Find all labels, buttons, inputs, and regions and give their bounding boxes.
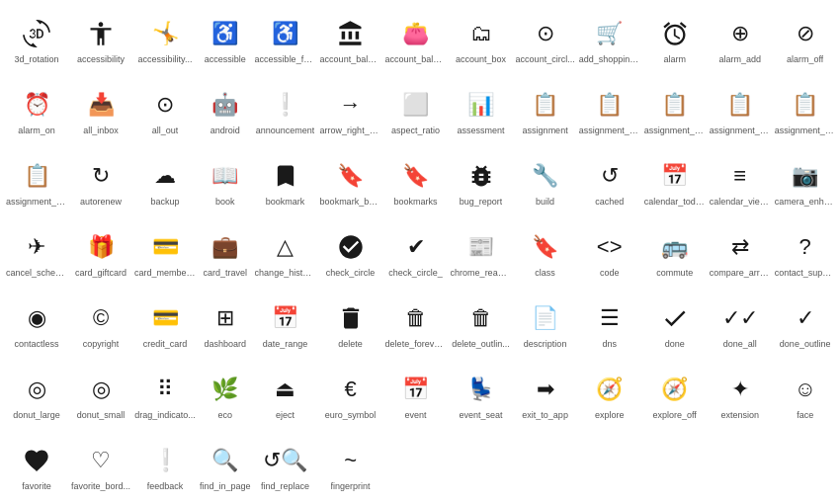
announcement-symbol: ❕ — [272, 88, 298, 122]
icon-assignment_turned_in[interactable]: 📋assignment_tu... — [4, 146, 69, 217]
icon-card_travel[interactable]: 💼card_travel — [198, 217, 253, 289]
icon-alarm_off[interactable]: ⊘alarm_off — [773, 4, 838, 75]
icon-announcement[interactable]: ❕announcement — [253, 75, 318, 146]
icon-copyright[interactable]: ©copyright — [69, 289, 132, 360]
icon-description[interactable]: 📄description — [514, 289, 577, 360]
icon-change_history[interactable]: △change_histor... — [253, 217, 318, 289]
fingerprint-symbol: ~ — [344, 444, 357, 477]
icon-done[interactable]: done — [642, 289, 708, 360]
icon-bookmarks[interactable]: 🔖bookmarks — [383, 146, 449, 217]
icon-assessment[interactable]: 📊assessment — [449, 75, 514, 146]
icon-account_balance_wallet[interactable]: 👛account_balan... — [383, 4, 449, 75]
icon-all_out[interactable]: ⊙all_out — [132, 75, 198, 146]
icon-fingerprint[interactable]: ~fingerprint — [318, 431, 383, 502]
icon-cached[interactable]: ↺cached — [577, 146, 642, 217]
icon-card_giftcard[interactable]: 🎁card_giftcard — [69, 217, 132, 289]
all_inbox-symbol: 📥 — [88, 88, 115, 122]
alarm-label: alarm — [663, 54, 686, 65]
icon-drag_indicator[interactable]: ⠿drag_indicato... — [132, 360, 198, 431]
icon-account_box[interactable]: 🗂account_box — [449, 4, 514, 75]
icon-compare_arrows[interactable]: ⇄compare_arrow... — [708, 217, 773, 289]
icon-dashboard[interactable]: ⊞dashboard — [198, 289, 253, 360]
icon-arrow_right_alt[interactable]: →arrow_right_a... — [318, 75, 383, 146]
icon-add_shopping_cart[interactable]: 🛒add_shopping... — [577, 4, 642, 75]
icon-event[interactable]: 📅event — [383, 360, 449, 431]
icon-euro_symbol[interactable]: €euro_symbol — [318, 360, 383, 431]
eco-label: eco — [218, 410, 233, 421]
icon-alarm_on[interactable]: ⏰alarm_on — [4, 75, 69, 146]
icon-favorite[interactable]: favorite — [4, 431, 69, 502]
icon-favorite_border[interactable]: ♡favorite_bord... — [69, 431, 132, 502]
icon-alarm_add[interactable]: ⊕alarm_add — [708, 4, 773, 75]
icon-build[interactable]: 🔧build — [514, 146, 577, 217]
icon-donut_large[interactable]: ◎donut_large — [4, 360, 69, 431]
icon-explore[interactable]: 🧭explore — [577, 360, 642, 431]
icon-exit_to_app[interactable]: ➡exit_to_app — [514, 360, 577, 431]
icon-delete_forever[interactable]: 🗑delete_foreve... — [383, 289, 449, 360]
icon-explore_off[interactable]: 🧭explore_off — [642, 360, 708, 431]
feedback-symbol: ❕ — [152, 444, 179, 477]
icon-contact_support[interactable]: ?contact_suppo... — [773, 217, 838, 289]
icon-extension[interactable]: ✦extension — [708, 360, 773, 431]
assignment_turned_in-label: assignment_tu... — [6, 197, 67, 208]
icon-check_circle[interactable]: check_circle — [318, 217, 383, 289]
icon-check_circle_outline[interactable]: ✔check_circle_ — [383, 217, 449, 289]
icon-commute[interactable]: 🚌commute — [642, 217, 708, 289]
icon-donut_small[interactable]: ◎donut_small — [69, 360, 132, 431]
icon-3d_rotation[interactable]: 3d_rotation — [4, 4, 69, 75]
icon-assignment[interactable]: 📋assignment — [514, 75, 577, 146]
icon-feedback[interactable]: ❕feedback — [132, 431, 198, 502]
icon-bug_report[interactable]: bug_report — [449, 146, 514, 217]
icon-eject[interactable]: ⏏eject — [253, 360, 318, 431]
icon-cancel_schedule_send[interactable]: ✈cancel_schedu... — [4, 217, 69, 289]
icon-assignment_late[interactable]: 📋assignment_la... — [642, 75, 708, 146]
icon-class[interactable]: 🔖class — [514, 217, 577, 289]
icon-bookmark_border[interactable]: 🔖bookmark_bord... — [318, 146, 383, 217]
icon-accessibility_new[interactable]: 🤸accessibility... — [132, 4, 198, 75]
icon-bookmark[interactable]: bookmark — [253, 146, 318, 217]
icon-done_all[interactable]: ✓✓done_all — [708, 289, 773, 360]
icon-alarm[interactable]: alarm — [642, 4, 708, 75]
icon-code[interactable]: <>code — [577, 217, 642, 289]
icon-assignment_return[interactable]: 📋assignment_re... — [708, 75, 773, 146]
icon-backup[interactable]: ☁backup — [132, 146, 198, 217]
icon-find_in_page[interactable]: 🔍find_in_page — [198, 431, 253, 502]
aspect_ratio-label: aspect_ratio — [391, 126, 440, 136]
icon-account_balance[interactable]: account_balan... — [318, 4, 383, 75]
icon-all_inbox[interactable]: 📥all_inbox — [69, 75, 132, 146]
icon-contactless[interactable]: ◉contactless — [4, 289, 69, 360]
icon-android[interactable]: 🤖android — [198, 75, 253, 146]
icon-calendar_view_day[interactable]: ≡calendar_view... — [708, 146, 773, 217]
accessible-symbol: ♿ — [211, 17, 238, 50]
bookmark-symbol — [272, 159, 299, 193]
icon-accessible_forward[interactable]: ♿accessible_fo... — [253, 4, 318, 75]
icon-camera_enhance[interactable]: 📷camera_enhan... — [773, 146, 838, 217]
icon-book[interactable]: 📖book — [198, 146, 253, 217]
icon-date_range[interactable]: 📅date_range — [253, 289, 318, 360]
icon-done_outline[interactable]: ✓done_outline — [773, 289, 838, 360]
alarm_off-label: alarm_off — [787, 54, 823, 65]
icon-autorenew[interactable]: ↻autorenew — [69, 146, 132, 217]
icon-credit_card[interactable]: 💳credit_card — [132, 289, 198, 360]
all_out-label: all_out — [152, 126, 179, 136]
icon-dns[interactable]: ☰dns — [577, 289, 642, 360]
icon-event_seat[interactable]: 💺event_seat — [449, 360, 514, 431]
icon-accessibility[interactable]: accessibility — [69, 4, 132, 75]
icon-delete[interactable]: delete — [318, 289, 383, 360]
icon-face[interactable]: ☺face — [773, 360, 838, 431]
icon-aspect_ratio[interactable]: ⬜aspect_ratio — [383, 75, 449, 146]
icon-calendar_today[interactable]: 📅calendar_toda... — [642, 146, 708, 217]
icon-eco[interactable]: 🌿eco — [198, 360, 253, 431]
icon-accessible[interactable]: ♿accessible — [198, 4, 253, 75]
icon-assignment_returned[interactable]: 📋assignment_re... — [773, 75, 838, 146]
account_box-label: account_box — [456, 54, 506, 65]
contactless-symbol: ◉ — [28, 301, 46, 335]
icon-delete_outline[interactable]: 🗑delete_outlin... — [449, 289, 514, 360]
icon-assignment_ind[interactable]: 📋assignment_in... — [577, 75, 642, 146]
favorite-symbol — [23, 444, 50, 477]
copyright-symbol: © — [93, 301, 109, 335]
icon-find_replace[interactable]: ↺🔍find_replace — [253, 431, 318, 502]
icon-chrome_reader_mode[interactable]: 📰chrome_reader... — [449, 217, 514, 289]
icon-account_circle[interactable]: ⊙account_circl... — [514, 4, 577, 75]
icon-card_membership[interactable]: 💳card_membersh... — [132, 217, 198, 289]
